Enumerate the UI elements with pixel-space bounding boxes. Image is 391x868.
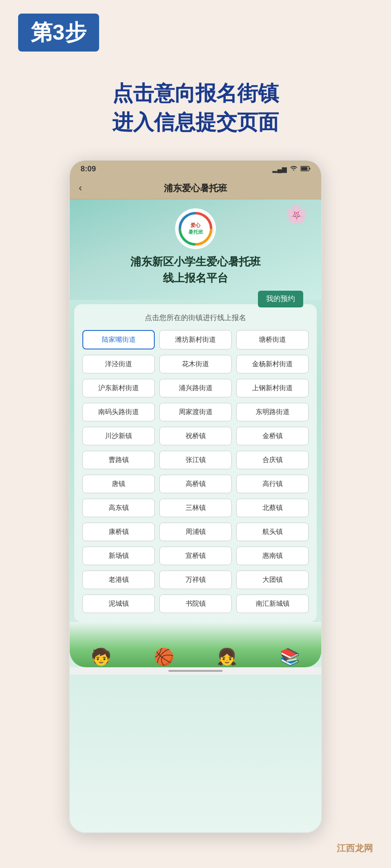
district-button[interactable]: 康桥镇 <box>82 523 155 541</box>
districts-row: 高东镇三林镇北蔡镇 <box>81 499 310 517</box>
districts-row: 洋泾街道花木街道金杨新村街道 <box>81 355 310 373</box>
district-button[interactable]: 祝桥镇 <box>159 427 232 445</box>
status-icons: ▂▄▆ <box>272 165 310 173</box>
district-button[interactable]: 高东镇 <box>82 499 155 517</box>
svg-text:暑托班: 暑托班 <box>188 229 204 235</box>
districts-row: 唐镇高桥镇高行镇 <box>81 475 310 493</box>
scroll-bar <box>168 670 223 672</box>
district-button[interactable]: 上钢新村街道 <box>236 379 309 397</box>
banner-logo: 爱心 暑托班 <box>79 208 312 249</box>
district-button[interactable]: 塘桥街道 <box>236 330 309 349</box>
district-button[interactable]: 新场镇 <box>82 547 155 565</box>
districts-grid: 陆家嘴街道潍坊新村街道塘桥街道洋泾街道花木街道金杨新村街道沪东新村街道浦兴路街道… <box>81 330 310 613</box>
district-button[interactable]: 周家渡街道 <box>159 403 232 421</box>
districts-row: 陆家嘴街道潍坊新村街道塘桥街道 <box>81 330 310 349</box>
district-button[interactable]: 大团镇 <box>236 571 309 589</box>
watermark: 江西龙网 <box>337 842 373 854</box>
wifi-icon <box>290 165 298 173</box>
status-bar: 8:09 ▂▄▆ <box>70 160 321 178</box>
district-button[interactable]: 北蔡镇 <box>236 499 309 517</box>
district-button[interactable]: 书院镇 <box>159 594 232 613</box>
nav-title: 浦东爱心暑托班 <box>164 182 227 194</box>
districts-row: 沪东新村街道浦兴路街道上钢新村街道 <box>81 379 310 397</box>
districts-row: 曹路镇张江镇合庆镇 <box>81 451 310 469</box>
districts-row: 南码头路街道周家渡街道东明路街道 <box>81 403 310 421</box>
districts-row: 老港镇万祥镇大团镇 <box>81 571 310 589</box>
bottom-scene: 🧒 🏀 👧 📚 <box>70 622 321 667</box>
district-button[interactable]: 万祥镇 <box>159 571 232 589</box>
signal-icon: ▂▄▆ <box>272 165 287 173</box>
district-button[interactable]: 金杨新村街道 <box>236 355 309 373</box>
svg-rect-2 <box>301 167 308 170</box>
banner-title: 浦东新区小学生爱心暑托班 线上报名平台 <box>79 254 312 291</box>
district-button[interactable]: 高桥镇 <box>159 475 232 493</box>
districts-area: 点击您所在的街镇进行线上报名 陆家嘴街道潍坊新村街道塘桥街道洋泾街道花木街道金杨… <box>74 304 317 622</box>
districts-row: 新场镇宣桥镇惠南镇 <box>81 547 310 565</box>
districts-label: 点击您所在的街镇进行线上报名 <box>81 313 310 323</box>
scroll-indicator <box>70 667 321 675</box>
svg-text:爱心: 爱心 <box>191 222 201 228</box>
districts-row: 康桥镇周浦镇航头镇 <box>81 523 310 541</box>
child-figure-3: 👧 <box>217 649 237 665</box>
child-figure-2: 🏀 <box>154 649 174 665</box>
district-button[interactable]: 沪东新村街道 <box>82 379 155 397</box>
instruction-line2: 进入信息提交页面 <box>18 108 373 137</box>
districts-row: 川沙新镇祝桥镇金桥镇 <box>81 427 310 445</box>
app-content: 爱心 暑托班 🌸 浦东新区小学生爱心暑托班 线上报名平台 我的预约 点击您所在的… <box>70 199 321 832</box>
child-figure-1: 🧒 <box>91 649 111 665</box>
status-time: 8:09 <box>81 165 96 174</box>
district-button[interactable]: 周浦镇 <box>159 523 232 541</box>
logo-circle: 爱心 暑托班 <box>175 208 216 249</box>
battery-icon <box>300 165 310 173</box>
district-button[interactable]: 老港镇 <box>82 571 155 589</box>
my-appointment-button[interactable]: 我的预约 <box>258 291 303 307</box>
district-button[interactable]: 花木街道 <box>159 355 232 373</box>
nav-back-button[interactable]: ‹ <box>79 182 82 194</box>
district-button[interactable]: 唐镇 <box>82 475 155 493</box>
district-button[interactable]: 东明路街道 <box>236 403 309 421</box>
district-button[interactable]: 洋泾街道 <box>82 355 155 373</box>
svg-rect-1 <box>310 168 310 170</box>
district-button[interactable]: 潍坊新村街道 <box>159 330 232 349</box>
banner-title-line2: 线上报名平台 <box>83 270 308 286</box>
district-button[interactable]: 张江镇 <box>159 451 232 469</box>
district-button[interactable]: 惠南镇 <box>236 547 309 565</box>
phone-mockup: 8:09 ▂▄▆ ‹ 浦东爱心暑托班 <box>69 160 322 833</box>
district-button[interactable]: 陆家嘴街道 <box>82 330 155 349</box>
district-button[interactable]: 高行镇 <box>236 475 309 493</box>
district-button[interactable]: 曹路镇 <box>82 451 155 469</box>
district-button[interactable]: 三林镇 <box>159 499 232 517</box>
child-figure-4: 📚 <box>280 649 300 665</box>
nav-bar: ‹ 浦东爱心暑托班 <box>70 178 321 199</box>
banner-title-line1: 浦东新区小学生爱心暑托班 <box>83 254 308 270</box>
district-button[interactable]: 合庆镇 <box>236 451 309 469</box>
district-button[interactable]: 宣桥镇 <box>159 547 232 565</box>
district-button[interactable]: 泥城镇 <box>82 594 155 613</box>
svg-point-3 <box>178 211 213 246</box>
step-header: 第3步 <box>0 0 391 61</box>
flower-decoration: 🌸 <box>285 204 308 225</box>
step-badge: 第3步 <box>18 14 99 52</box>
district-button[interactable]: 川沙新镇 <box>82 427 155 445</box>
instruction-area: 点击意向报名街镇 进入信息提交页面 <box>0 61 391 160</box>
district-button[interactable]: 浦兴路街道 <box>159 379 232 397</box>
district-button[interactable]: 南码头路街道 <box>82 403 155 421</box>
district-button[interactable]: 南汇新城镇 <box>236 594 309 613</box>
district-button[interactable]: 航头镇 <box>236 523 309 541</box>
banner-area: 爱心 暑托班 🌸 浦东新区小学生爱心暑托班 线上报名平台 我的预约 <box>70 199 321 300</box>
district-button[interactable]: 金桥镇 <box>236 427 309 445</box>
instruction-line1: 点击意向报名街镇 <box>18 79 373 108</box>
districts-row: 泥城镇书院镇南汇新城镇 <box>81 594 310 613</box>
phone-container: 8:09 ▂▄▆ ‹ 浦东爱心暑托班 <box>0 160 391 860</box>
